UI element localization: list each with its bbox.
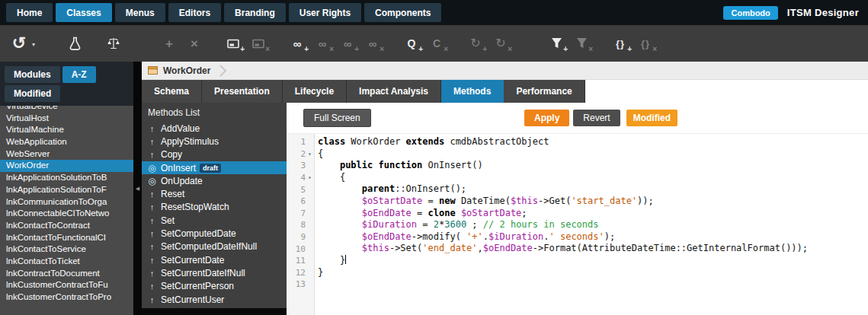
tab-methods[interactable]: Methods [441, 80, 504, 103]
code-line[interactable]: class WorkOrder extends cmdbAbstractObje… [318, 136, 868, 148]
method-item-setcomputeddateifnull[interactable]: ↑SetComputedDateIfNull [142, 240, 287, 253]
tab-presentation[interactable]: Presentation [202, 80, 283, 103]
sidebar-collapse-handle[interactable]: ◀ [133, 62, 142, 315]
top-nav-classes[interactable]: Classes [56, 3, 111, 22]
method-item-addvalue[interactable]: ↑AddValue [142, 122, 287, 135]
toolbar-delete-method-button: {}× [636, 33, 655, 53]
class-list-item-lnkcontacttofunctionalci[interactable]: lnkContactToFunctionalCI [0, 232, 133, 244]
revert-button[interactable]: Revert [573, 110, 620, 126]
method-item-set[interactable]: ↑Set [142, 214, 287, 227]
code-line[interactable]: $iDuration = 2*3600 ; // 2 hours in seco… [318, 219, 868, 231]
class-list-item-lnkapplicationsolutiontob[interactable]: lnkApplicationSolutionToB [0, 172, 133, 184]
method-item-setcurrentdate[interactable]: ↑SetCurrentDate [142, 253, 287, 266]
method-item-setcurrentuser[interactable]: ↑SetCurrentUser [142, 293, 287, 306]
class-list-item-lnkcontacttoservice[interactable]: lnkContactToService [0, 243, 133, 256]
tab-schema[interactable]: Schema [142, 80, 202, 103]
class-list-item-virtualhost[interactable]: VirtualHost [0, 113, 133, 125]
fold-marker-icon[interactable]: ▾ [306, 151, 314, 158]
class-list-viewport[interactable]: VirtualDeviceVirtualHostVirtualMachineWe… [0, 106, 133, 315]
fold-marker-icon[interactable]: ▾ [306, 174, 314, 181]
modified-badge: Modified [626, 110, 677, 126]
top-nav-home[interactable]: Home [6, 3, 53, 22]
apply-button[interactable]: Apply [524, 110, 569, 126]
add-stimulus-badge: + [482, 46, 487, 53]
toolbar-add-field-button[interactable]: + [223, 33, 243, 53]
method-item-oninsert[interactable]: ◎OnInsertdraft [142, 161, 287, 174]
code-line[interactable]: $this->Set('end_date',$oEndDate->Format(… [318, 243, 868, 255]
method-item-applystimulus[interactable]: ↑ApplyStimulus [142, 135, 287, 148]
code-editor[interactable]: 12▾34▾5678910111213 class WorkOrder exte… [287, 133, 868, 315]
code-line[interactable] [318, 278, 868, 291]
content-body: Methods List ↑AddValue↑ApplyStimulus↑Cop… [142, 103, 868, 315]
method-item-onupdate[interactable]: ◎OnUpdate [142, 174, 287, 187]
tab-impact-analysis[interactable]: Impact Analysis [347, 80, 441, 103]
fullscreen-button[interactable]: Full Screen [303, 109, 371, 127]
class-list-item-lnkcontacttoticket[interactable]: lnkContactToTicket [0, 256, 133, 268]
toolbar-add-filter-button[interactable]: + [546, 33, 566, 53]
top-nav-editors[interactable]: Editors [168, 3, 221, 22]
class-list-item-webserver[interactable]: WebServer [0, 148, 133, 161]
method-item-setcomputeddate[interactable]: ↑SetComputedDate [142, 227, 287, 240]
line-number: 2 [287, 149, 306, 159]
class-list-item-webapplication[interactable]: WebApplication [0, 136, 133, 148]
class-list-item-virtualmachine[interactable]: VirtualMachine [0, 124, 133, 136]
toolbar-add-button: + [159, 33, 179, 53]
code-line[interactable]: } [318, 267, 868, 279]
add-field-badge: + [240, 46, 245, 53]
method-item-reset[interactable]: ↑Reset [142, 187, 287, 200]
toolbar-add-link-button[interactable]: ∞+ [287, 33, 307, 53]
methods-panel-scrollbar[interactable] [142, 308, 287, 315]
method-item-resetstopwatch[interactable]: ↑ResetStopWatch [142, 201, 287, 214]
code-line[interactable]: $oStartDate = new DateTime($this->Get('s… [318, 196, 868, 208]
code-line[interactable]: { [318, 172, 868, 184]
content: WorkOrder SchemaPresentationLifecycleImp… [142, 62, 868, 315]
toolbar-add-method-button[interactable]: {}+ [610, 33, 630, 53]
toolbar-add-stimulus-button: ↻+ [466, 33, 485, 53]
code-line[interactable]: $oEndDate->modify( '+'.$iDuration.' seco… [318, 231, 868, 243]
class-list-item-lnkcontracttodocument[interactable]: lnkContractToDocument [0, 268, 133, 280]
class-list-item-lnkcustomercontracttofu[interactable]: lnkCustomerContractToFu [0, 279, 133, 291]
toolbar-undo-button[interactable]: ↺▾ [9, 33, 29, 53]
breadcrumb-title[interactable]: WorkOrder [163, 65, 210, 76]
class-list-item-lnkcommunicationtoorga[interactable]: lnkCommunicationToOrga [0, 196, 133, 208]
tab-performance[interactable]: Performance [504, 80, 585, 103]
method-item-setcurrentdateifnull[interactable]: ↑SetCurrentDateIfNull [142, 266, 287, 279]
class-list-item-lnkcontacttocontract[interactable]: lnkContactToContract [0, 220, 133, 232]
combodo-badge[interactable]: Combodo [723, 6, 777, 20]
arrow-up-icon: ↑ [147, 229, 157, 238]
class-list-item-workorder[interactable]: WorkOrder [0, 160, 133, 172]
toolbar-delete-link-button: ∞× [312, 33, 332, 53]
delete-external-link-badge: × [380, 46, 384, 53]
sidebar-tab-modules[interactable]: Modules [5, 66, 60, 83]
code-pane[interactable]: class WorkOrder extends cmdbAbstractObje… [315, 134, 868, 315]
class-list-item-lnkapplicationsolutiontof[interactable]: lnkApplicationSolutionToF [0, 184, 133, 196]
sidebar-tab-modified[interactable]: Modified [5, 85, 60, 102]
code-line[interactable]: parent::OnInsert(); [318, 183, 868, 196]
top-nav-user-rights[interactable]: User Rights [289, 3, 361, 22]
main: Modules A-Z Modified VirtualDeviceVirtua… [0, 62, 868, 315]
toolbar-test-class-button[interactable] [65, 33, 85, 53]
undo-dropdown-icon[interactable]: ▾ [32, 41, 35, 48]
delete-link-badge: × [329, 46, 334, 53]
class-list-item-virtualdevice[interactable]: VirtualDevice [0, 106, 133, 113]
code-line[interactable]: public function OnInsert() [318, 160, 868, 172]
method-label: Reset [161, 189, 184, 199]
code-line[interactable]: { [318, 148, 868, 161]
class-list-item-lnkconnectablecitonetwo[interactable]: lnkConnectableCIToNetwo [0, 208, 133, 220]
editor-gutter: 12▾34▾5678910111213 [287, 134, 315, 315]
sidebar-tab-a-z[interactable]: A-Z [62, 66, 96, 83]
arrow-up-icon: ↑ [147, 216, 157, 225]
top-nav-menus[interactable]: Menus [115, 3, 165, 22]
top-nav-branding[interactable]: Branding [224, 3, 286, 22]
method-item-setcurrentperson[interactable]: ↑SetCurrentPerson [142, 280, 287, 293]
top-nav-components[interactable]: Components [364, 3, 441, 22]
class-list-item-lnkcustomercontracttopro[interactable]: lnkCustomerContractToPro [0, 291, 133, 304]
sidebar: Modules A-Z Modified VirtualDeviceVirtua… [0, 62, 142, 315]
code-line[interactable]: } [318, 255, 868, 267]
toolbar-compare-button[interactable] [104, 33, 123, 53]
toolbar-add-query-button[interactable]: Q+ [402, 33, 421, 53]
tab-lifecycle[interactable]: Lifecycle [283, 80, 347, 103]
method-item-copy[interactable]: ↑Copy [142, 148, 287, 161]
code-line[interactable]: $oEndDate = clone $oStartDate; [318, 208, 868, 220]
line-number: 5 [287, 185, 306, 195]
